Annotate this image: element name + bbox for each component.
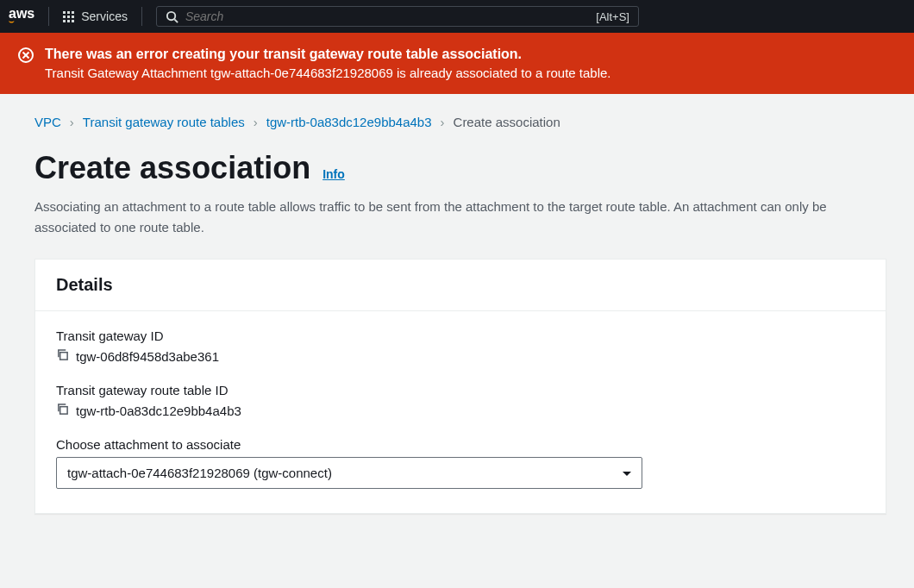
page-description: Associating an attachment to a route tab… (34, 197, 862, 238)
copy-icon[interactable] (56, 403, 69, 418)
services-menu-button[interactable]: Services (63, 9, 128, 23)
main-content: VPC › Transit gateway route tables › tgw… (0, 94, 914, 514)
svg-rect-6 (60, 407, 67, 414)
attachment-select[interactable]: tgw-attach-0e744683f21928069 (tgw-connec… (56, 457, 642, 489)
grid-icon (63, 11, 74, 22)
breadcrumb-link-route-tables[interactable]: Transit gateway route tables (83, 115, 245, 129)
error-text: There was an error creating your transit… (45, 47, 611, 80)
svg-line-1 (174, 19, 178, 22)
panel-title: Details (56, 275, 865, 295)
svg-rect-5 (60, 353, 67, 360)
attachment-label: Choose attachment to associate (56, 437, 865, 452)
search-input[interactable] (185, 9, 589, 23)
global-search[interactable]: [Alt+S] (156, 6, 639, 27)
svg-point-0 (167, 11, 175, 19)
search-shortcut: [Alt+S] (596, 10, 629, 23)
top-nav: aws ⌣ Services [Alt+S] (0, 0, 914, 33)
panel-body: Transit gateway ID tgw-06d8f9458d3abe361… (35, 311, 886, 513)
breadcrumb-current: Create association (454, 115, 560, 129)
chevron-right-icon: › (441, 115, 445, 129)
breadcrumb: VPC › Transit gateway route tables › tgw… (34, 115, 886, 129)
rtb-id-value-row: tgw-rtb-0a83dc12e9bb4a4b3 (56, 403, 865, 418)
breadcrumb-link-rtb-id[interactable]: tgw-rtb-0a83dc12e9bb4a4b3 (266, 115, 432, 129)
aws-logo[interactable]: aws ⌣ (9, 9, 34, 24)
info-link[interactable]: Info (322, 167, 345, 181)
field-rtb-id: Transit gateway route table ID tgw-rtb-0… (56, 383, 865, 418)
error-icon (17, 47, 34, 67)
chevron-right-icon: › (70, 115, 74, 129)
error-title: There was an error creating your transit… (45, 47, 611, 62)
copy-icon[interactable] (56, 348, 69, 364)
error-detail: Transit Gateway Attachment tgw-attach-0e… (45, 66, 611, 80)
details-panel: Details Transit gateway ID tgw-06d8f9458… (34, 259, 886, 514)
panel-header: Details (35, 260, 886, 311)
nav-separator (141, 7, 142, 26)
error-banner: There was an error creating your transit… (0, 33, 914, 94)
tgw-id-value-row: tgw-06d8f9458d3abe361 (56, 348, 865, 364)
tgw-id-label: Transit gateway ID (56, 328, 865, 343)
page-title-row: Create association Info (34, 150, 886, 186)
breadcrumb-link-vpc[interactable]: VPC (34, 115, 61, 129)
field-tgw-id: Transit gateway ID tgw-06d8f9458d3abe361 (56, 328, 865, 364)
tgw-id-value: tgw-06d8f9458d3abe361 (76, 349, 219, 364)
field-attachment: Choose attachment to associate tgw-attac… (56, 437, 865, 489)
rtb-id-value: tgw-rtb-0a83dc12e9bb4a4b3 (76, 403, 241, 418)
chevron-right-icon: › (254, 115, 258, 129)
nav-separator (48, 7, 49, 26)
page-title: Create association (34, 150, 310, 186)
rtb-id-label: Transit gateway route table ID (56, 383, 865, 397)
services-label: Services (81, 9, 128, 23)
aws-logo-swoosh: ⌣ (9, 18, 34, 24)
attachment-select-wrap: tgw-attach-0e744683f21928069 (tgw-connec… (56, 457, 642, 489)
search-icon (166, 10, 178, 23)
